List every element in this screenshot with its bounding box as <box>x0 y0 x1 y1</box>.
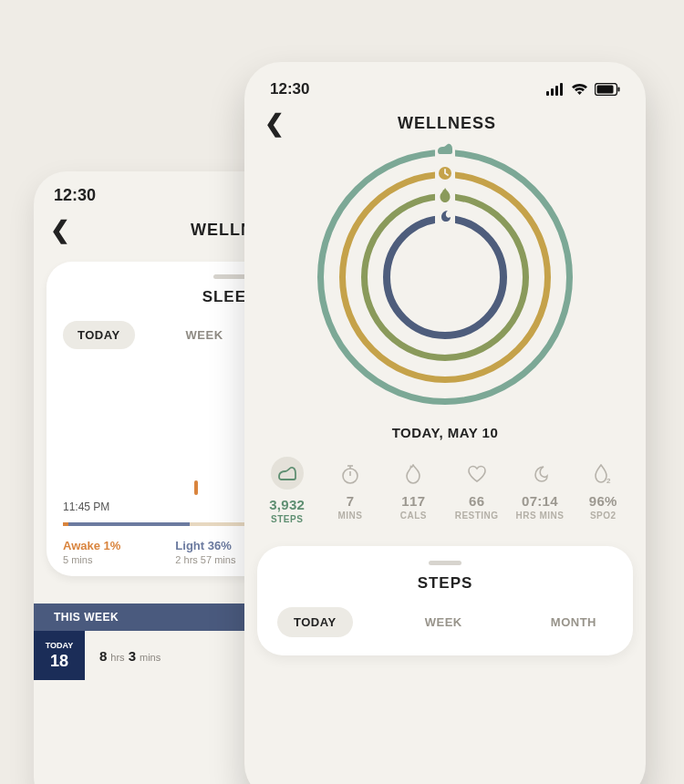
steps-card: STEPS TODAY WEEK MONTH <box>257 546 633 655</box>
tab-week[interactable]: WEEK <box>409 607 479 637</box>
tab-today[interactable]: TODAY <box>277 607 353 637</box>
legend-awake-duration: 5 mins <box>63 554 120 565</box>
svg-rect-5 <box>597 86 614 94</box>
metric-hrsmins[interactable]: 07:14 HRS MINS <box>510 462 569 524</box>
legend-awake: Awake 1% 5 mins <box>63 539 120 565</box>
legend-light-duration: 2 hrs 57 mins <box>175 554 235 565</box>
legend-light: Light 36% 2 hrs 57 mins <box>175 539 235 565</box>
drag-handle[interactable] <box>429 561 461 565</box>
signal-icon <box>546 83 565 96</box>
svg-text:2: 2 <box>606 477 611 484</box>
wellness-front-panel: 12:30 ❮ WELLNESS TODAY, MAY 10 <box>244 62 646 784</box>
metric-value: 117 <box>384 493 443 509</box>
metric-value: 96% <box>574 493 633 509</box>
metric-value: 66 <box>447 493 506 509</box>
status-bar: 12:30 <box>244 62 646 106</box>
metric-unit: HRS MINS <box>510 511 569 521</box>
svg-rect-3 <box>560 83 563 96</box>
metric-value: 3,932 <box>257 497 316 512</box>
metric-unit: STEPS <box>257 514 316 524</box>
metric-steps[interactable]: 3,932 STEPS <box>257 462 316 524</box>
moon-icon <box>439 210 451 224</box>
ring-sleep <box>383 215 507 339</box>
tab-today[interactable]: TODAY <box>63 321 135 349</box>
svg-rect-0 <box>546 91 549 96</box>
battery-icon <box>595 83 620 96</box>
today-label: TODAY <box>46 641 74 650</box>
steps-title: STEPS <box>277 574 613 593</box>
back-button[interactable]: ❮ <box>264 111 285 135</box>
awake-marker <box>194 480 198 495</box>
status-time: 12:30 <box>54 186 96 204</box>
week-sleep-total: 8hrs3mins <box>85 648 164 664</box>
metric-value: 7 <box>320 493 379 509</box>
metric-unit: RESTING <box>447 511 506 521</box>
week-mins-unit: mins <box>136 652 164 663</box>
metric-mins[interactable]: 7 MINS <box>320 462 379 524</box>
page-title: WELLNESS <box>285 114 609 133</box>
back-button[interactable]: ❮ <box>50 218 70 242</box>
flame-icon <box>384 462 443 486</box>
metric-unit: CALS <box>384 511 443 521</box>
date-label: TODAY, MAY 10 <box>244 425 646 440</box>
activity-rings <box>317 150 573 405</box>
metrics-row: 3,932 STEPS 7 MINS 117 CALS 66 RESTING <box>244 440 646 533</box>
today-date-box[interactable]: TODAY 18 <box>34 631 85 680</box>
flame-icon <box>440 188 451 204</box>
droplet-icon: 2 <box>574 462 633 486</box>
svg-rect-2 <box>555 86 558 96</box>
legend-awake-label: Awake 1% <box>63 539 120 552</box>
heart-icon <box>447 462 506 486</box>
nav-bar: ❮ WELLNESS <box>244 106 646 144</box>
week-hours-unit: hrs <box>107 652 128 663</box>
week-mins: 3 <box>129 648 136 664</box>
status-time: 12:30 <box>270 80 309 98</box>
today-day-number: 18 <box>50 652 68 671</box>
shoe-icon <box>271 457 304 490</box>
metric-unit: SPO2 <box>574 511 633 521</box>
svg-rect-6 <box>618 88 620 92</box>
shoe-icon <box>437 142 453 158</box>
metric-value: 07:14 <box>510 493 569 509</box>
metric-unit: MINS <box>320 511 379 521</box>
wifi-icon <box>571 83 588 96</box>
metric-resting[interactable]: 66 RESTING <box>447 462 506 524</box>
drag-handle[interactable] <box>213 274 246 279</box>
period-tabs: TODAY WEEK MONTH <box>277 607 613 637</box>
legend-light-label: Light 36% <box>175 539 235 552</box>
clock-icon <box>438 166 452 182</box>
moon-icon <box>510 462 569 486</box>
tab-month[interactable]: MONTH <box>534 607 613 637</box>
metric-cals[interactable]: 117 CALS <box>384 462 443 524</box>
svg-rect-1 <box>551 88 554 96</box>
metric-spo2[interactable]: 2 96% SPO2 <box>574 462 633 524</box>
stopwatch-icon <box>320 462 379 486</box>
tab-week[interactable]: WEEK <box>171 321 238 349</box>
status-icons <box>546 83 620 96</box>
